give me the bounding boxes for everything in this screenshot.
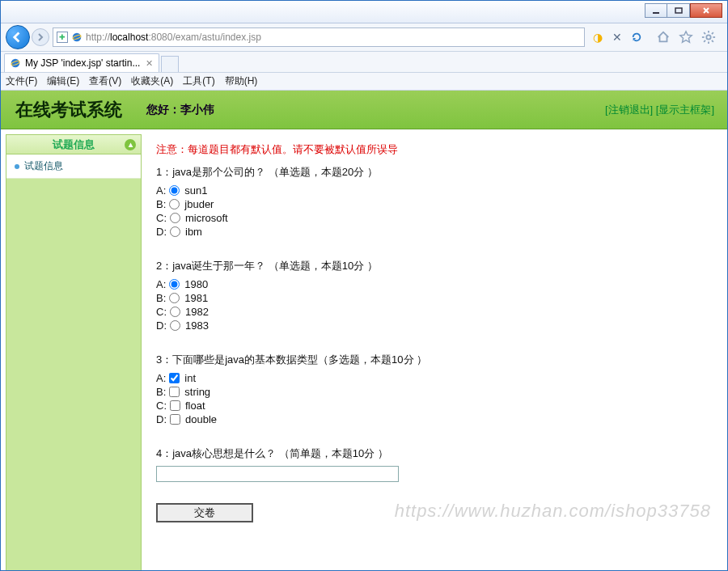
option-label: float: [185, 400, 205, 412]
radio-input[interactable]: [170, 307, 180, 317]
browser-tools: [650, 30, 722, 44]
nav-back-button[interactable]: [6, 25, 30, 49]
option-key: C:: [156, 400, 167, 412]
menu-help[interactable]: 帮助(H): [225, 74, 258, 88]
option-row[interactable]: B: jbuder: [156, 198, 713, 210]
menu-view[interactable]: 查看(V): [89, 74, 121, 88]
radio-input[interactable]: [169, 279, 180, 290]
option-label: double: [185, 413, 217, 425]
submit-button[interactable]: 交卷: [156, 503, 253, 522]
menu-fav[interactable]: 收藏夹(A): [131, 74, 173, 88]
window-maximize-button[interactable]: [667, 3, 690, 18]
sidebar: 试题信息 ▴ 试题信息: [6, 134, 142, 571]
option-label: ibm: [185, 226, 202, 238]
arrow-right-icon: [36, 33, 44, 41]
sidebar-item-questions[interactable]: 试题信息: [6, 154, 141, 179]
svg-rect-1: [675, 8, 682, 13]
short-answer-input[interactable]: [156, 466, 399, 482]
option-row[interactable]: D: ibm: [156, 226, 713, 238]
checkbox-input[interactable]: [169, 373, 180, 383]
favorites-button[interactable]: [679, 30, 693, 44]
tab-title: My JSP 'index.jsp' startin...: [25, 57, 140, 69]
url-host: localhost: [110, 32, 148, 43]
warning-text: 注意：每道题目都有默认值。请不要被默认值所误导: [156, 142, 713, 157]
radio-input[interactable]: [169, 293, 180, 303]
window-close-button[interactable]: [690, 3, 722, 18]
minimize-icon: [652, 6, 660, 15]
collapse-icon[interactable]: ▴: [125, 139, 136, 150]
main-content: 注意：每道题目都有默认值。请不要被默认值所误导 1：java是那个公司的？ （单…: [142, 129, 727, 571]
page-viewport[interactable]: 在线考试系统 您好：李小伟 [注销退出] [显示主框架] 试题信息 ▴ 试题信息: [1, 91, 727, 571]
ie-favicon-icon: [71, 32, 83, 43]
radio-input[interactable]: [170, 226, 180, 237]
radio-input[interactable]: [169, 199, 180, 209]
radio-input[interactable]: [170, 320, 180, 331]
sidebar-header[interactable]: 试题信息 ▴: [6, 135, 141, 154]
window-minimize-button[interactable]: [645, 3, 667, 18]
option-row[interactable]: D: double: [156, 413, 713, 425]
tools-button[interactable]: [701, 30, 716, 44]
option-row[interactable]: D: 1983: [156, 319, 713, 332]
close-icon: [702, 6, 710, 15]
home-button[interactable]: [656, 30, 671, 44]
option-label: string: [184, 386, 210, 398]
browser-tab[interactable]: My JSP 'index.jsp' startin... ✕: [4, 53, 159, 72]
question-prompt: 3：下面哪些是java的基本数据类型（多选题，本题10分 ）: [156, 353, 713, 367]
checkbox-input[interactable]: [170, 414, 180, 425]
option-key: B:: [156, 386, 166, 398]
option-label: microsoft: [185, 212, 228, 224]
security-shield-icon[interactable]: ✚: [57, 32, 68, 43]
browser-address-row: ✚ http://localhost:8080/exam/astu/index.…: [1, 23, 727, 52]
option-row[interactable]: B: 1981: [156, 292, 713, 304]
option-row[interactable]: A: 1980: [156, 278, 713, 290]
tab-close-button[interactable]: ✕: [144, 58, 154, 68]
checkbox-input[interactable]: [170, 400, 180, 411]
menu-edit[interactable]: 编辑(E): [47, 74, 79, 88]
option-key: C:: [156, 306, 167, 318]
option-key: B:: [156, 198, 166, 210]
option-row[interactable]: A: sun1: [156, 184, 713, 197]
address-bar[interactable]: ✚ http://localhost:8080/exam/astu/index.…: [53, 27, 585, 47]
checkbox-input[interactable]: [169, 387, 180, 397]
greeting: 您好：李小伟: [146, 103, 214, 117]
greeting-user: 李小伟: [180, 103, 214, 116]
svg-line-14: [712, 32, 713, 34]
url-path: :8080/exam/astu/index.jsp: [148, 32, 260, 43]
logout-link[interactable]: [注销退出]: [605, 104, 653, 116]
option-key: A:: [156, 184, 166, 197]
window-titlebar: [1, 1, 727, 23]
option-key: A:: [156, 372, 166, 384]
menu-file[interactable]: 文件(F): [6, 74, 37, 88]
url-scheme: http://: [86, 32, 110, 43]
option-row[interactable]: C: 1982: [156, 306, 713, 318]
option-label: int: [184, 372, 196, 384]
question-prompt: 2：java诞生于那一年？ （单选题，本题10分 ）: [156, 259, 713, 273]
radio-input[interactable]: [170, 213, 180, 223]
show-frame-link[interactable]: [显示主框架]: [656, 104, 714, 116]
compat-view-icon[interactable]: ◑: [591, 31, 604, 44]
svg-line-12: [712, 40, 713, 42]
stop-button[interactable]: ✕: [611, 31, 624, 44]
tab-strip: My JSP 'index.jsp' startin... ✕: [1, 52, 727, 73]
window-buttons: [645, 3, 722, 18]
option-row[interactable]: B: string: [156, 386, 713, 398]
option-label: jbuder: [184, 198, 214, 210]
option-row[interactable]: A: int: [156, 372, 713, 384]
option-row[interactable]: C: microsoft: [156, 212, 713, 224]
option-row[interactable]: C: float: [156, 400, 713, 412]
submit-button-label: 交卷: [194, 505, 215, 520]
question-list: 1：java是那个公司的？ （单选题，本题20分 ）A: sun1B: jbud…: [156, 165, 713, 482]
radio-input[interactable]: [169, 185, 180, 196]
question: 4：java核心思想是什么？ （简单题，本题10分 ）: [156, 446, 713, 482]
option-label: 1983: [185, 319, 209, 332]
question: 1：java是那个公司的？ （单选题，本题20分 ）A: sun1B: jbud…: [156, 165, 713, 238]
greeting-label: 您好：: [146, 103, 180, 116]
gear-icon: [701, 30, 716, 44]
new-tab-button[interactable]: [161, 56, 179, 72]
menu-tools[interactable]: 工具(T): [183, 74, 214, 88]
svg-line-13: [704, 40, 705, 42]
nav-forward-button[interactable]: [32, 28, 49, 46]
refresh-button[interactable]: [630, 31, 643, 44]
app-header: 在线考试系统 您好：李小伟 [注销退出] [显示主框架]: [1, 91, 727, 129]
option-label: 1980: [184, 278, 208, 290]
